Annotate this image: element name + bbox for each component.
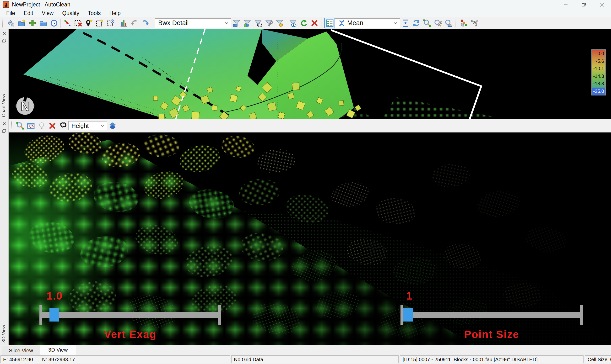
filter-swath-button[interactable] — [242, 18, 253, 28]
lighting-button[interactable] — [36, 120, 47, 131]
zoom-adjust-button[interactable] — [432, 18, 443, 28]
zoom-in-button[interactable] — [421, 18, 432, 28]
toolbar-grip[interactable] — [152, 19, 153, 27]
add-data-button[interactable] — [27, 18, 38, 28]
open-project-button[interactable] — [38, 18, 49, 28]
redo-button[interactable] — [140, 18, 150, 28]
point-size-track[interactable] — [402, 312, 581, 318]
status-coordinates: E: 456912.90 N: 3972933.17 — [0, 355, 230, 363]
toolbar-grip[interactable] — [321, 19, 323, 27]
point-size-handle[interactable] — [403, 308, 413, 322]
chart-panel-float-button[interactable] — [1, 38, 7, 43]
undo-icon — [130, 19, 139, 27]
color-mode-value: Height — [71, 122, 89, 129]
menu-file[interactable]: File — [2, 9, 19, 17]
chevron-down-icon — [393, 22, 398, 25]
view3d-panel-close-button[interactable] — [1, 121, 7, 127]
select-area-new-button[interactable] — [94, 18, 105, 28]
pin-star-icon — [85, 19, 93, 27]
checklist-toggle-button[interactable] — [324, 18, 335, 28]
filter-adjust-button[interactable] — [263, 18, 274, 28]
checklist-icon — [326, 19, 334, 27]
select-area-time-button[interactable] — [105, 18, 116, 28]
surface-combo[interactable]: Bwx Detail — [155, 18, 231, 28]
tab-slice-view[interactable]: Slice View — [2, 346, 40, 355]
time-history-button[interactable] — [49, 18, 59, 28]
menu-tools[interactable]: Tools — [84, 9, 105, 17]
profile-nodes-button[interactable] — [469, 18, 480, 28]
filter-selection-button[interactable] — [253, 18, 263, 28]
zoom-measure-button[interactable] — [443, 18, 454, 28]
histogram-icon — [120, 19, 128, 27]
delete-points-button[interactable] — [47, 120, 58, 131]
menu-quality[interactable]: Quality — [58, 9, 84, 17]
mag-ruler-icon — [445, 19, 453, 27]
scatter-icon — [27, 122, 35, 130]
fit-vertical-button[interactable] — [400, 18, 411, 28]
grid-settings-button[interactable] — [458, 18, 469, 28]
status-bar: E: 456912.90 N: 3972933.17 No Grid Data … — [0, 355, 611, 364]
legend-value[interactable]: -5.6 — [592, 58, 605, 65]
lasso-select-button[interactable] — [58, 120, 68, 131]
depth-color-legend: 0.0 -5.6 -10.1 -14.3 -18.8 -25.0 — [591, 49, 606, 95]
flip-layers-button[interactable] — [107, 120, 118, 131]
close-button[interactable] — [593, 0, 611, 9]
statistic-combo[interactable]: Mean — [335, 18, 400, 28]
box-star-icon — [95, 19, 104, 27]
filter-measure-button[interactable] — [231, 18, 242, 28]
view3d-panel-float-button[interactable] — [1, 128, 7, 134]
vert-exag-track[interactable] — [41, 312, 220, 318]
toolbar-grip[interactable] — [11, 121, 13, 130]
legend-value[interactable]: -10.1 — [592, 65, 605, 73]
plus-icon — [28, 19, 37, 27]
histogram-button[interactable] — [118, 18, 129, 28]
status-file: [ID:15] 0007 - 250911_Blocks - 0001.fau … — [400, 355, 584, 363]
filter-settings-button[interactable] — [274, 18, 285, 28]
legend-value[interactable]: 0.0 — [592, 50, 605, 58]
filter-undo-button[interactable] — [298, 18, 309, 28]
red-x-icon — [310, 19, 319, 27]
fit-v-icon — [401, 19, 409, 27]
zoom-extents-button[interactable] — [14, 120, 25, 131]
toolbar-separator — [60, 19, 61, 28]
filter-delete-button[interactable] — [309, 18, 320, 28]
vert-exag-handle[interactable] — [49, 308, 59, 322]
status-easting: E: 456912.90 — [3, 357, 33, 362]
legend-value[interactable]: -18.8 — [592, 80, 605, 88]
new-project-button[interactable] — [16, 18, 27, 28]
vert-exag-slider[interactable]: 1.0 Vert Exag — [40, 305, 221, 325]
pick-tool-button[interactable] — [62, 18, 73, 28]
color-mode-combo[interactable]: Height — [68, 121, 107, 130]
menu-edit[interactable]: Edit — [19, 9, 38, 17]
slider-end-cap — [40, 305, 42, 325]
undo-green-icon — [300, 19, 308, 27]
project-settings-button[interactable] — [5, 18, 16, 28]
bulb-icon — [38, 122, 46, 130]
point-display-button[interactable] — [25, 120, 36, 131]
filter-preview-button[interactable] — [287, 18, 298, 28]
chart-viewport[interactable]: N 0.0 -5.6 -10.1 -14.3 -18.8 -25.0 — [9, 29, 611, 119]
view3d-viewport[interactable]: 1.0 Vert Exag 1 Point Size — [9, 132, 611, 345]
point-size-value: 1 — [406, 290, 412, 302]
minimize-button[interactable] — [557, 0, 575, 9]
restore-button[interactable] — [575, 0, 593, 9]
zoom-green-icon — [423, 19, 431, 27]
tab-3d-view[interactable]: 3D View — [40, 345, 76, 355]
menu-help[interactable]: Help — [105, 9, 125, 17]
menu-view[interactable]: View — [38, 9, 58, 17]
slider-end-cap — [400, 305, 403, 325]
red-x-icon — [48, 122, 56, 130]
slider-end-cap — [580, 305, 583, 325]
chart-panel-close-button[interactable] — [1, 31, 7, 36]
compress-vertical-icon-wrap — [338, 20, 345, 27]
add-placemark-button[interactable] — [83, 18, 94, 28]
delete-selection-button[interactable] — [73, 18, 83, 28]
toolbar-grip[interactable] — [2, 19, 4, 27]
nodes-icon — [471, 19, 479, 27]
undo-button[interactable] — [129, 18, 140, 28]
refresh-button[interactable] — [411, 18, 421, 28]
point-size-slider[interactable]: 1 Point Size — [400, 305, 583, 325]
legend-value[interactable]: -14.3 — [592, 73, 605, 80]
toolbar-grip[interactable] — [455, 19, 457, 27]
legend-value-selected[interactable]: -25.0 — [592, 88, 605, 95]
